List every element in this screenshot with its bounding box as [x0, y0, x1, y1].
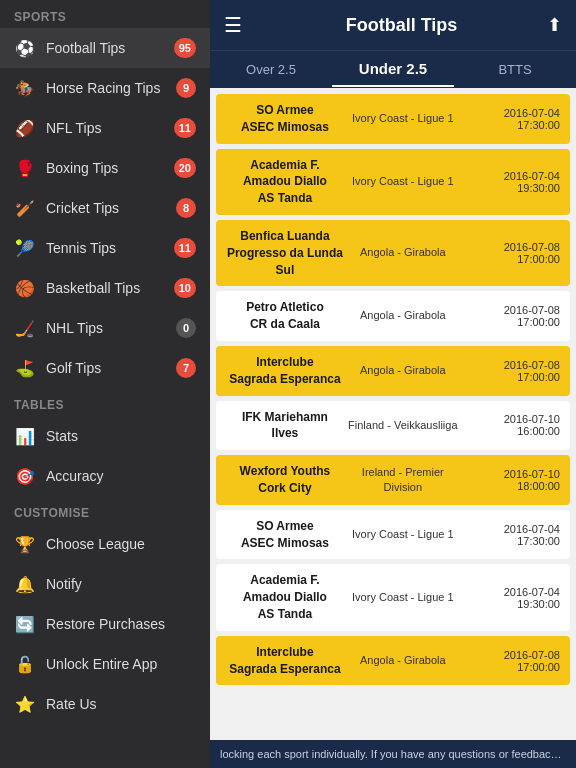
sidebar-item-tennis-tips[interactable]: 🎾Tennis Tips11 — [0, 228, 210, 268]
match-teams-2: Benfica Luanda Progresso da Lunda Sul — [226, 228, 344, 278]
page-title: Football Tips — [256, 15, 547, 36]
choose-league-icon: 🏆 — [14, 533, 36, 555]
notify-icon: 🔔 — [14, 573, 36, 595]
match-league-1: Ivory Coast - Ligue 1 — [344, 174, 462, 189]
match-time-7: 2016-07-04 17:30:00 — [462, 523, 560, 547]
sidebar-item-golf-tips[interactable]: ⛳Golf Tips7 — [0, 348, 210, 388]
tabs-row: Over 2.5Under 2.5BTTS — [210, 50, 576, 88]
match-card-2[interactable]: Benfica Luanda Progresso da Lunda SulAng… — [216, 220, 570, 286]
match-league-9: Angola - Girabola — [344, 653, 462, 668]
sidebar-section-header: Tables — [0, 388, 210, 416]
football-tips-icon: ⚽ — [14, 37, 36, 59]
sidebar-label-accuracy: Accuracy — [46, 468, 196, 484]
sidebar-item-unlock-entire-app[interactable]: 🔓Unlock Entire App — [0, 644, 210, 684]
sidebar-item-stats[interactable]: 📊Stats — [0, 416, 210, 456]
badge-tennis-tips: 11 — [174, 238, 196, 258]
sidebar-label-cricket-tips: Cricket Tips — [46, 200, 176, 216]
sidebar-label-notify: Notify — [46, 576, 196, 592]
match-time-8: 2016-07-04 19:30:00 — [462, 586, 560, 610]
match-time-2: 2016-07-08 17:00:00 — [462, 241, 560, 265]
match-league-8: Ivory Coast - Ligue 1 — [344, 590, 462, 605]
match-league-4: Angola - Girabola — [344, 363, 462, 378]
sidebar-item-accuracy[interactable]: 🎯Accuracy — [0, 456, 210, 496]
match-card-4[interactable]: Interclube Sagrada EsperancaAngola - Gir… — [216, 346, 570, 396]
match-time-4: 2016-07-08 17:00:00 — [462, 359, 560, 383]
sidebar-item-nfl-tips[interactable]: 🏈NFL Tips11 — [0, 108, 210, 148]
sidebar-label-unlock-entire-app: Unlock Entire App — [46, 656, 196, 672]
horse-racing-tips-icon: 🏇 — [14, 77, 36, 99]
golf-tips-icon: ⛳ — [14, 357, 36, 379]
badge-cricket-tips: 8 — [176, 198, 196, 218]
sidebar-item-horse-racing-tips[interactable]: 🏇Horse Racing Tips9 — [0, 68, 210, 108]
match-league-6: Ireland - Premier Division — [344, 465, 462, 496]
rate-us-icon: ⭐ — [14, 693, 36, 715]
tab-over25[interactable]: Over 2.5 — [210, 54, 332, 85]
match-time-0: 2016-07-04 17:30:00 — [462, 107, 560, 131]
badge-horse-racing-tips: 9 — [176, 78, 196, 98]
sidebar-label-basketball-tips: Basketball Tips — [46, 280, 174, 296]
match-card-6[interactable]: Wexford Youths Cork CityIreland - Premie… — [216, 455, 570, 505]
match-league-7: Ivory Coast - Ligue 1 — [344, 527, 462, 542]
sidebar-item-boxing-tips[interactable]: 🥊Boxing Tips20 — [0, 148, 210, 188]
match-teams-9: Interclube Sagrada Esperanca — [226, 644, 344, 678]
match-card-3[interactable]: Petro Atletico CR da CaalaAngola - Girab… — [216, 291, 570, 341]
unlock-entire-app-icon: 🔓 — [14, 653, 36, 675]
match-league-5: Finland - Veikkausliiga — [344, 418, 462, 433]
main-header: ☰ Football Tips ⬆ — [210, 0, 576, 50]
hamburger-icon[interactable]: ☰ — [224, 13, 242, 37]
share-icon[interactable]: ⬆ — [547, 14, 562, 36]
match-card-8[interactable]: Academia F. Amadou Diallo AS TandaIvory … — [216, 564, 570, 630]
badge-boxing-tips: 20 — [174, 158, 196, 178]
match-card-7[interactable]: SO Armee ASEC MimosasIvory Coast - Ligue… — [216, 510, 570, 560]
accuracy-icon: 🎯 — [14, 465, 36, 487]
match-time-1: 2016-07-04 19:30:00 — [462, 170, 560, 194]
sidebar-item-nhl-tips[interactable]: 🏒NHL Tips0 — [0, 308, 210, 348]
main-content: ☰ Football Tips ⬆ Over 2.5Under 2.5BTTS … — [210, 0, 576, 768]
sidebar-item-choose-league[interactable]: 🏆Choose League — [0, 524, 210, 564]
match-teams-3: Petro Atletico CR da Caala — [226, 299, 344, 333]
sidebar-item-rate-us[interactable]: ⭐Rate Us — [0, 684, 210, 724]
match-time-3: 2016-07-08 17:00:00 — [462, 304, 560, 328]
match-teams-7: SO Armee ASEC Mimosas — [226, 518, 344, 552]
sidebar-item-football-tips[interactable]: ⚽Football Tips95 — [0, 28, 210, 68]
match-list: SO Armee ASEC MimosasIvory Coast - Ligue… — [210, 88, 576, 740]
sidebar-label-boxing-tips: Boxing Tips — [46, 160, 174, 176]
basketball-tips-icon: 🏀 — [14, 277, 36, 299]
boxing-tips-icon: 🥊 — [14, 157, 36, 179]
sidebar-label-football-tips: Football Tips — [46, 40, 174, 56]
tab-btts[interactable]: BTTS — [454, 54, 576, 85]
sidebar-item-basketball-tips[interactable]: 🏀Basketball Tips10 — [0, 268, 210, 308]
sidebar-label-rate-us: Rate Us — [46, 696, 196, 712]
nfl-tips-icon: 🏈 — [14, 117, 36, 139]
tennis-tips-icon: 🎾 — [14, 237, 36, 259]
sidebar-item-notify[interactable]: 🔔Notify — [0, 564, 210, 604]
match-card-5[interactable]: IFK Mariehamn IlvesFinland - Veikkauslii… — [216, 401, 570, 451]
badge-nfl-tips: 11 — [174, 118, 196, 138]
sidebar-label-restore-purchases: Restore Purchases — [46, 616, 196, 632]
sidebar-label-horse-racing-tips: Horse Racing Tips — [46, 80, 176, 96]
cricket-tips-icon: 🏏 — [14, 197, 36, 219]
match-teams-0: SO Armee ASEC Mimosas — [226, 102, 344, 136]
sidebar-item-cricket-tips[interactable]: 🏏Cricket Tips8 — [0, 188, 210, 228]
sidebar-label-nfl-tips: NFL Tips — [46, 120, 174, 136]
badge-basketball-tips: 10 — [174, 278, 196, 298]
match-time-9: 2016-07-08 17:00:00 — [462, 649, 560, 673]
restore-purchases-icon: 🔄 — [14, 613, 36, 635]
tab-under25[interactable]: Under 2.5 — [332, 52, 454, 87]
sidebar-item-restore-purchases[interactable]: 🔄Restore Purchases — [0, 604, 210, 644]
sidebar-label-nhl-tips: NHL Tips — [46, 320, 176, 336]
nhl-tips-icon: 🏒 — [14, 317, 36, 339]
match-teams-5: IFK Mariehamn Ilves — [226, 409, 344, 443]
match-card-9[interactable]: Interclube Sagrada EsperancaAngola - Gir… — [216, 636, 570, 686]
match-teams-1: Academia F. Amadou Diallo AS Tanda — [226, 157, 344, 207]
bottom-bar: locking each sport individually. If you … — [210, 740, 576, 768]
sidebar: Sports⚽Football Tips95🏇Horse Racing Tips… — [0, 0, 210, 768]
sidebar-label-golf-tips: Golf Tips — [46, 360, 176, 376]
sidebar-label-choose-league: Choose League — [46, 536, 196, 552]
match-card-1[interactable]: Academia F. Amadou Diallo AS TandaIvory … — [216, 149, 570, 215]
match-card-0[interactable]: SO Armee ASEC MimosasIvory Coast - Ligue… — [216, 94, 570, 144]
match-time-6: 2016-07-10 18:00:00 — [462, 468, 560, 492]
match-teams-6: Wexford Youths Cork City — [226, 463, 344, 497]
match-teams-8: Academia F. Amadou Diallo AS Tanda — [226, 572, 344, 622]
match-league-2: Angola - Girabola — [344, 245, 462, 260]
